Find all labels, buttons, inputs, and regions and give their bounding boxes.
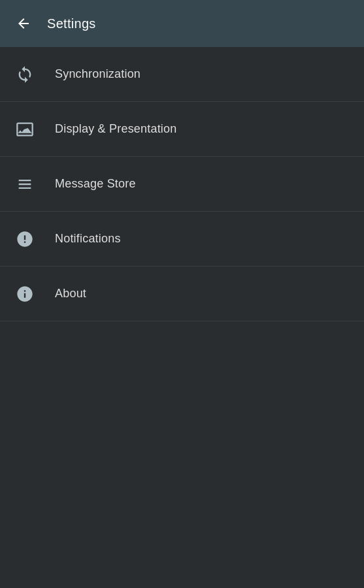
header: Settings — [0, 0, 364, 47]
display-presentation-label: Display & Presentation — [55, 122, 177, 136]
menu-item-about[interactable]: About — [0, 267, 364, 321]
settings-menu: Synchronization Display & Presentation M… — [0, 47, 364, 321]
app-container: Settings Synchronization Display & Prese… — [0, 0, 364, 588]
menu-item-message-store[interactable]: Message Store — [0, 157, 364, 212]
info-circle-icon — [16, 285, 34, 303]
notifications-label: Notifications — [55, 232, 121, 246]
sync-icon — [16, 65, 34, 84]
about-label: About — [55, 287, 86, 301]
image-icon — [16, 120, 34, 139]
database-icon — [16, 175, 34, 193]
menu-item-display-presentation[interactable]: Display & Presentation — [0, 102, 364, 157]
page-title: Settings — [47, 16, 96, 31]
menu-item-notifications[interactable]: Notifications — [0, 212, 364, 267]
message-store-label: Message Store — [55, 177, 136, 191]
empty-content — [0, 321, 364, 588]
back-button[interactable] — [10, 10, 37, 37]
alert-circle-icon — [16, 230, 34, 248]
synchronization-label: Synchronization — [55, 67, 141, 81]
menu-item-synchronization[interactable]: Synchronization — [0, 47, 364, 102]
